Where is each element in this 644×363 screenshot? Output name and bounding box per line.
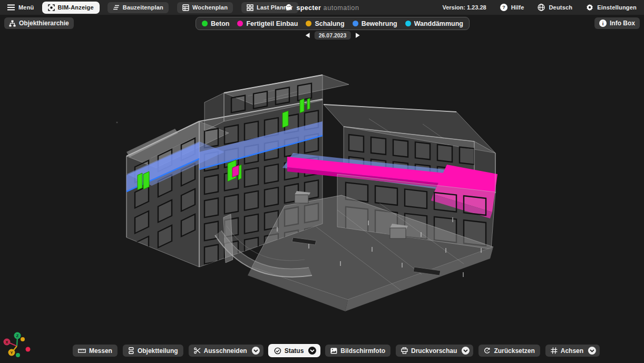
- printer-icon: [401, 347, 408, 354]
- legend-item-wanddaemmung: Wanddämmung: [405, 20, 463, 27]
- legend-item-fertigteil: Fertigteil Einbau: [237, 20, 298, 27]
- prev-date-button[interactable]: [306, 33, 310, 38]
- legend-dot: [405, 21, 411, 26]
- next-date-button[interactable]: [355, 33, 359, 38]
- legend-dot: [306, 21, 311, 26]
- menu-label: Menü: [18, 4, 34, 11]
- orientation-gizmo[interactable]: Z X Y: [1, 323, 42, 362]
- chevron-down-icon: [253, 349, 258, 352]
- info-box-label: Info Box: [610, 20, 635, 27]
- bildschirmfoto-button[interactable]: Bildschirmfoto: [325, 345, 391, 357]
- druckvorschau-dropdown[interactable]: [462, 347, 470, 355]
- gizmo-x-axis[interactable]: X: [4, 339, 11, 346]
- hamburger-menu-icon: [7, 4, 15, 11]
- legend-dot: [353, 21, 358, 26]
- bauzeitenplan-icon: [113, 4, 120, 11]
- legend-item-bewehrung: Bewehrung: [353, 20, 397, 27]
- object-hierarchy-button[interactable]: Objekthierarchie: [4, 17, 74, 29]
- legend-label: Fertigteil Einbau: [246, 20, 298, 27]
- axes-grid-icon: [551, 347, 558, 354]
- language-label: Deutsch: [549, 4, 572, 11]
- tab-wochenplan[interactable]: Wochenplan: [177, 2, 233, 13]
- current-date-badge[interactable]: 26.07.2023: [315, 31, 351, 40]
- status-check-icon: [274, 347, 281, 355]
- button-label: Ausschneiden: [204, 347, 247, 355]
- hierarchy-icon: [9, 20, 16, 27]
- achsen-dropdown[interactable]: [588, 347, 596, 355]
- stray-dot: [116, 122, 118, 123]
- druckvorschau-button[interactable]: Druckvorschau: [396, 345, 473, 357]
- menu-button[interactable]: Menü: [7, 4, 34, 11]
- screenshot-icon: [330, 348, 337, 354]
- bim-3d-viewport[interactable]: [0, 0, 644, 363]
- ruler-icon: [78, 348, 86, 354]
- legend-item-schalung: Schalung: [306, 20, 344, 27]
- gizmo-neg-y-dot[interactable]: [21, 337, 25, 341]
- legend-label: Wanddämmung: [414, 20, 463, 27]
- brand-name: specter: [297, 4, 321, 12]
- legend-label: Beton: [211, 20, 229, 27]
- brand-logo: specter automation: [285, 0, 359, 15]
- svg-text:i: i: [602, 21, 604, 26]
- settings-button[interactable]: Einstellungen: [586, 4, 637, 11]
- app-window: Menü BIM-Anzeige Bauzeitenplan Wochenpla…: [0, 0, 644, 363]
- last-planner-icon: [247, 4, 253, 11]
- tab-bim-anzeige[interactable]: BIM-Anzeige: [43, 2, 99, 13]
- achsen-button[interactable]: Achsen: [545, 345, 600, 357]
- tab-label: Wochenplan: [192, 4, 228, 11]
- legend-dot: [237, 21, 243, 26]
- objektteilung-button[interactable]: Objektteilung: [123, 345, 183, 357]
- button-label: Druckvorschau: [411, 347, 457, 355]
- wochenplan-icon: [182, 4, 189, 11]
- legend-label: Schalung: [315, 20, 344, 27]
- button-label: Zurücksetzen: [494, 347, 534, 355]
- ghost-logo-icon: [285, 3, 293, 12]
- ausschneiden-button[interactable]: Ausschneiden: [189, 345, 264, 357]
- version-label: Version: 1.23.28: [442, 4, 486, 11]
- svg-text:Z: Z: [16, 333, 19, 338]
- reset-icon: [484, 347, 491, 354]
- button-label: Objektteilung: [138, 347, 178, 355]
- bim-anzeige-icon: [48, 4, 55, 11]
- ausschneiden-dropdown[interactable]: [252, 347, 260, 355]
- prev-date-icon: [306, 33, 310, 38]
- globe-icon: [538, 4, 545, 11]
- svg-text:Y: Y: [10, 350, 13, 355]
- legend-item-beton: Beton: [202, 20, 229, 27]
- tab-bauzeitenplan[interactable]: Bauzeitenplan: [108, 2, 169, 13]
- settings-label: Einstellungen: [597, 4, 637, 11]
- help-icon: ?: [500, 4, 508, 11]
- gizmo-neg-z-dot[interactable]: [16, 353, 20, 357]
- legend-dot: [202, 21, 208, 26]
- info-icon: i: [599, 20, 607, 27]
- date-navigator: 26.07.2023: [306, 31, 360, 40]
- next-date-icon: [355, 33, 359, 38]
- top-menu-bar: Menü BIM-Anzeige Bauzeitenplan Wochenpla…: [0, 0, 644, 15]
- gizmo-y-axis[interactable]: Y: [8, 349, 15, 356]
- chevron-down-icon: [463, 349, 468, 352]
- zuruecksetzen-button[interactable]: Zurücksetzen: [479, 345, 540, 357]
- status-legend: Beton Fertigteil Einbau Schalung Bewehru…: [196, 17, 470, 30]
- help-button[interactable]: ? Hilfe: [500, 4, 524, 11]
- viewer-toolbar: Messen Objektteilung Ausschneiden Status: [73, 345, 600, 357]
- chevron-down-icon: [590, 349, 594, 352]
- gear-icon: [586, 4, 593, 11]
- button-label: Bildschirmfoto: [340, 347, 385, 355]
- tab-label: BIM-Anzeige: [58, 4, 94, 11]
- status-button[interactable]: Status: [269, 345, 320, 357]
- svg-text:?: ?: [502, 4, 505, 10]
- button-label: Achsen: [561, 347, 583, 355]
- gizmo-z-axis[interactable]: Z: [14, 332, 21, 339]
- legend-label: Bewehrung: [362, 20, 397, 27]
- button-label: Status: [285, 347, 304, 355]
- language-button[interactable]: Deutsch: [538, 4, 572, 11]
- messen-button[interactable]: Messen: [73, 345, 118, 357]
- button-label: Messen: [89, 347, 112, 355]
- svg-text:X: X: [5, 340, 8, 345]
- status-dropdown[interactable]: [308, 347, 316, 355]
- chevron-down-icon: [310, 349, 315, 352]
- gizmo-neg-x-dot[interactable]: [26, 347, 31, 352]
- info-box-button[interactable]: i Info Box: [594, 17, 640, 29]
- brand-suffix: automation: [324, 4, 359, 12]
- scissors-icon: [194, 347, 201, 354]
